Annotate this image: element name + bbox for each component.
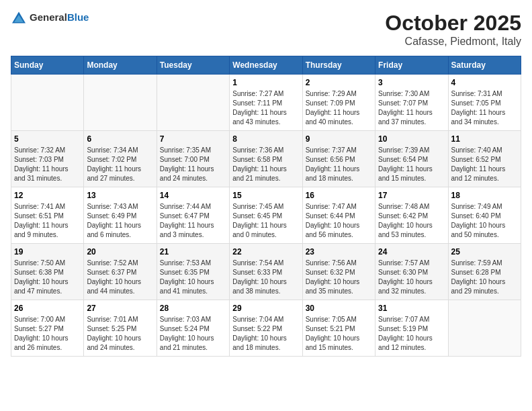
day-info: Sunrise: 7:05 AM Sunset: 5:21 PM Dayligh… [306,315,372,353]
header-row: SundayMondayTuesdayWednesdayThursdayFrid… [11,56,521,75]
logo-text-general: General [30,11,67,23]
day-number: 4 [451,78,518,87]
calendar-cell [84,75,157,131]
day-info: Sunrise: 7:39 AM Sunset: 6:54 PM Dayligh… [378,146,445,183]
header-cell-friday: Friday [375,56,448,75]
day-number: 25 [451,247,518,257]
day-number: 10 [378,134,445,144]
day-info: Sunrise: 7:37 AM Sunset: 6:56 PM Dayligh… [306,146,372,183]
header-cell-monday: Monday [84,56,157,75]
calendar-cell: 11Sunrise: 7:40 AM Sunset: 6:52 PM Dayli… [448,131,521,187]
day-info: Sunrise: 7:49 AM Sunset: 6:40 PM Dayligh… [451,202,518,240]
day-number: 29 [232,304,299,313]
day-info: Sunrise: 7:40 AM Sunset: 6:52 PM Dayligh… [451,146,518,183]
page-header: GeneralBlue October 2025 Cafasse, Piedmo… [11,11,521,48]
calendar-cell [448,300,521,357]
day-info: Sunrise: 7:43 AM Sunset: 6:49 PM Dayligh… [87,202,153,240]
day-number: 22 [232,247,299,257]
calendar-week-row: 5Sunrise: 7:32 AM Sunset: 7:03 PM Daylig… [11,131,521,187]
calendar-cell: 10Sunrise: 7:39 AM Sunset: 6:54 PM Dayli… [375,131,448,187]
day-info: Sunrise: 7:34 AM Sunset: 7:02 PM Dayligh… [87,146,153,183]
day-info: Sunrise: 7:27 AM Sunset: 7:11 PM Dayligh… [232,89,299,127]
day-info: Sunrise: 7:59 AM Sunset: 6:28 PM Dayligh… [451,259,518,296]
calendar-cell: 15Sunrise: 7:45 AM Sunset: 6:45 PM Dayli… [230,187,302,244]
day-number: 30 [306,304,372,313]
day-info: Sunrise: 7:01 AM Sunset: 5:25 PM Dayligh… [87,315,153,353]
day-number: 2 [306,78,372,87]
day-number: 20 [87,247,153,257]
calendar-title: October 2025 [385,11,521,36]
calendar-cell: 16Sunrise: 7:47 AM Sunset: 6:44 PM Dayli… [302,187,375,244]
calendar-cell: 17Sunrise: 7:48 AM Sunset: 6:42 PM Dayli… [375,187,448,244]
logo-icon [11,11,27,24]
calendar-cell: 26Sunrise: 7:00 AM Sunset: 5:27 PM Dayli… [11,300,84,357]
day-info: Sunrise: 7:03 AM Sunset: 5:24 PM Dayligh… [160,315,226,353]
day-info: Sunrise: 7:41 AM Sunset: 6:51 PM Dayligh… [14,202,81,240]
day-number: 3 [378,78,445,87]
calendar-week-row: 19Sunrise: 7:50 AM Sunset: 6:38 PM Dayli… [11,244,521,300]
calendar-cell: 1Sunrise: 7:27 AM Sunset: 7:11 PM Daylig… [230,75,302,131]
day-info: Sunrise: 7:50 AM Sunset: 6:38 PM Dayligh… [14,259,81,296]
header-cell-saturday: Saturday [448,56,521,75]
day-number: 14 [160,191,226,200]
day-info: Sunrise: 7:45 AM Sunset: 6:45 PM Dayligh… [232,202,299,240]
calendar-cell: 30Sunrise: 7:05 AM Sunset: 5:21 PM Dayli… [302,300,375,357]
calendar-cell [11,75,84,131]
day-number: 27 [87,304,153,313]
day-number: 18 [451,191,518,200]
day-info: Sunrise: 7:32 AM Sunset: 7:03 PM Dayligh… [14,146,81,183]
day-info: Sunrise: 7:56 AM Sunset: 6:32 PM Dayligh… [306,259,372,296]
day-info: Sunrise: 7:48 AM Sunset: 6:42 PM Dayligh… [378,202,445,240]
calendar-cell: 12Sunrise: 7:41 AM Sunset: 6:51 PM Dayli… [11,187,84,244]
calendar-cell: 28Sunrise: 7:03 AM Sunset: 5:24 PM Dayli… [157,300,229,357]
calendar-cell: 21Sunrise: 7:53 AM Sunset: 6:35 PM Dayli… [157,244,229,300]
calendar-cell: 6Sunrise: 7:34 AM Sunset: 7:02 PM Daylig… [84,131,157,187]
day-number: 15 [232,191,299,200]
calendar-body: 1Sunrise: 7:27 AM Sunset: 7:11 PM Daylig… [11,75,521,357]
day-info: Sunrise: 7:57 AM Sunset: 6:30 PM Dayligh… [378,259,445,296]
calendar-cell: 5Sunrise: 7:32 AM Sunset: 7:03 PM Daylig… [11,131,84,187]
calendar-week-row: 26Sunrise: 7:00 AM Sunset: 5:27 PM Dayli… [11,300,521,357]
calendar-cell: 19Sunrise: 7:50 AM Sunset: 6:38 PM Dayli… [11,244,84,300]
day-number: 19 [14,247,81,257]
calendar-cell: 7Sunrise: 7:35 AM Sunset: 7:00 PM Daylig… [157,131,229,187]
calendar-subtitle: Cafasse, Piedmont, Italy [385,36,521,48]
calendar-cell: 20Sunrise: 7:52 AM Sunset: 6:37 PM Dayli… [84,244,157,300]
day-number: 28 [160,304,226,313]
day-info: Sunrise: 7:44 AM Sunset: 6:47 PM Dayligh… [160,202,226,240]
day-number: 5 [14,134,81,144]
day-number: 26 [14,304,81,313]
calendar-cell: 29Sunrise: 7:04 AM Sunset: 5:22 PM Dayli… [230,300,302,357]
day-number: 31 [378,304,445,313]
calendar-cell: 14Sunrise: 7:44 AM Sunset: 6:47 PM Dayli… [157,187,229,244]
calendar-cell: 22Sunrise: 7:54 AM Sunset: 6:33 PM Dayli… [230,244,302,300]
day-number: 12 [14,191,81,200]
title-block: October 2025 Cafasse, Piedmont, Italy [385,11,521,48]
day-info: Sunrise: 7:35 AM Sunset: 7:00 PM Dayligh… [160,146,226,183]
calendar-cell: 3Sunrise: 7:30 AM Sunset: 7:07 PM Daylig… [375,75,448,131]
day-number: 1 [232,78,299,87]
calendar-week-row: 12Sunrise: 7:41 AM Sunset: 6:51 PM Dayli… [11,187,521,244]
header-cell-wednesday: Wednesday [230,56,302,75]
header-cell-tuesday: Tuesday [157,56,229,75]
logo: GeneralBlue [11,11,89,24]
day-info: Sunrise: 7:00 AM Sunset: 5:27 PM Dayligh… [14,315,81,353]
header-cell-sunday: Sunday [11,56,84,75]
calendar-cell: 4Sunrise: 7:31 AM Sunset: 7:05 PM Daylig… [448,75,521,131]
day-info: Sunrise: 7:30 AM Sunset: 7:07 PM Dayligh… [378,89,445,127]
day-number: 23 [306,247,372,257]
day-number: 8 [232,134,299,144]
day-number: 11 [451,134,518,144]
calendar-cell: 25Sunrise: 7:59 AM Sunset: 6:28 PM Dayli… [448,244,521,300]
calendar-cell [157,75,229,131]
header-cell-thursday: Thursday [302,56,375,75]
calendar-cell: 9Sunrise: 7:37 AM Sunset: 6:56 PM Daylig… [302,131,375,187]
day-info: Sunrise: 7:53 AM Sunset: 6:35 PM Dayligh… [160,259,226,296]
calendar-cell: 13Sunrise: 7:43 AM Sunset: 6:49 PM Dayli… [84,187,157,244]
day-info: Sunrise: 7:29 AM Sunset: 7:09 PM Dayligh… [306,89,372,127]
day-info: Sunrise: 7:52 AM Sunset: 6:37 PM Dayligh… [87,259,153,296]
day-info: Sunrise: 7:07 AM Sunset: 5:19 PM Dayligh… [378,315,445,353]
calendar-cell: 27Sunrise: 7:01 AM Sunset: 5:25 PM Dayli… [84,300,157,357]
calendar-cell: 23Sunrise: 7:56 AM Sunset: 6:32 PM Dayli… [302,244,375,300]
day-info: Sunrise: 7:36 AM Sunset: 6:58 PM Dayligh… [232,146,299,183]
